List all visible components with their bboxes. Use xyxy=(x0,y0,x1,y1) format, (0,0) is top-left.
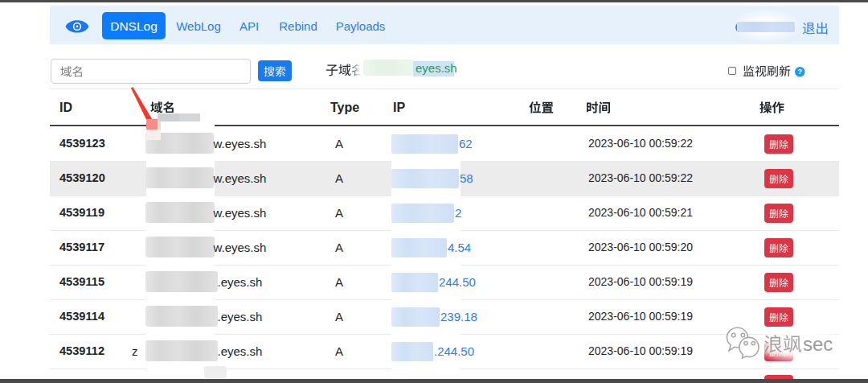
svg-text:?: ? xyxy=(797,68,802,76)
